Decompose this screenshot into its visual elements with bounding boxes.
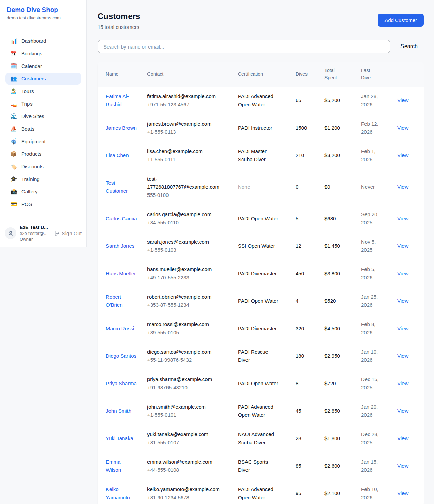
sidebar-item-products[interactable]: 📦 Products (5, 148, 81, 160)
sidebar-item-label: Calendar (21, 63, 42, 69)
sidebar-item-boats[interactable]: ⛵ Boats (5, 123, 81, 135)
customer-name-link[interactable]: John Smith (106, 407, 131, 415)
customer-last-dive: Feb 12, 2026 (361, 120, 383, 136)
customer-name-link[interactable]: Robert O'Brien (106, 293, 137, 309)
sidebar-item-label: Customers (21, 76, 46, 81)
customer-certification: PADI Divemaster (238, 269, 277, 278)
view-link[interactable]: View (397, 270, 408, 276)
view-link[interactable]: View (397, 408, 408, 414)
sidebar-item-trips[interactable]: 🚤 Trips (5, 98, 81, 110)
customer-last-dive: Never (361, 183, 375, 191)
view-link[interactable]: View (397, 435, 408, 441)
view-link[interactable]: View (397, 490, 408, 496)
sidebar-item-tours[interactable]: 🏝️ Tours (5, 85, 81, 97)
view-link[interactable]: View (397, 152, 408, 158)
camera-icon: 📸 (10, 189, 17, 194)
customer-email: carlos.garcia@example.com (147, 210, 224, 219)
sidebar-item-gallery[interactable]: 📸 Gallery (5, 186, 81, 198)
sign-out-label: Sign Out (62, 230, 82, 236)
people-icon: 👥 (10, 76, 17, 81)
sidebar-item-label: Dive Sites (21, 113, 44, 119)
view-link[interactable]: View (397, 216, 408, 221)
user-icon (8, 230, 14, 236)
calendar-date-icon: 📅 (10, 51, 17, 56)
customer-dives: 28 (296, 435, 301, 441)
sidebar-item-discounts[interactable]: 🏷️ Discounts (5, 161, 81, 172)
customer-dives: 210 (296, 152, 304, 158)
shop-name: Demo Dive Shop (7, 6, 80, 14)
sidebar-item-pos[interactable]: 💳 POS (5, 198, 81, 210)
customer-name-link[interactable]: Hans Mueller (106, 269, 136, 278)
log-out-icon (54, 230, 60, 236)
sidebar-item-bookings[interactable]: 📅 Bookings (5, 48, 81, 59)
customer-name-link[interactable]: James Brown (106, 124, 137, 132)
customer-phone: +1-555-0111 (147, 155, 235, 164)
customer-total-spent: $720 (324, 380, 336, 386)
view-link[interactable]: View (397, 243, 408, 249)
customer-phone: +353-87-555-1234 (147, 301, 235, 309)
customer-name-link[interactable]: Yuki Tanaka (106, 434, 133, 443)
table-header-row: Name Contact Certification Dives Total S… (98, 62, 424, 87)
customer-name-link[interactable]: Test Customer (106, 179, 137, 195)
customer-total-spent: $1,450 (324, 243, 340, 249)
customer-name-link[interactable]: Diego Santos (106, 352, 136, 360)
sidebar-item-label: Bookings (21, 51, 42, 56)
customer-dives: 45 (296, 408, 301, 414)
sidebar-item-equipment[interactable]: 🤿 Equipment (5, 135, 81, 147)
customer-certification: BSAC Sports Diver (238, 458, 279, 474)
view-link[interactable]: View (397, 125, 408, 131)
customer-name-link[interactable]: Sarah Jones (106, 242, 134, 250)
add-customer-button[interactable]: Add Customer (378, 14, 424, 27)
customer-last-dive: Dec 28, 2025 (361, 430, 383, 447)
customer-phone: +1-555-0101 (147, 411, 235, 419)
view-link[interactable]: View (397, 353, 408, 359)
table-row: Diego Santos diego.santos@example.com +5… (98, 342, 424, 370)
customer-name-link[interactable]: Carlos Garcia (106, 214, 137, 223)
customer-name-link[interactable]: Keiko Yamamoto (106, 485, 137, 502)
sidebar-item-label: Gallery (21, 189, 38, 194)
view-link[interactable]: View (397, 463, 408, 469)
bar-chart-icon: 📊 (10, 38, 17, 44)
sidebar-item-dashboard[interactable]: 📊 Dashboard (5, 35, 81, 47)
customer-dives: 450 (296, 270, 304, 276)
customer-certification: None (238, 183, 250, 191)
customer-name-link[interactable]: Priya Sharma (106, 379, 137, 388)
customer-certification: SSI Open Water (238, 242, 275, 250)
avatar (5, 227, 16, 239)
sidebar-item-dive-sites[interactable]: 🌊 Dive Sites (5, 110, 81, 122)
sidebar: Demo Dive Shop demo.test.divestreams.com… (0, 0, 87, 247)
sidebar-item-customers[interactable]: 👥 Customers (5, 73, 81, 85)
user-section: E2E Test U... e2e-tester@... Owner Sign … (0, 219, 86, 247)
sign-out-button[interactable]: Sign Out (54, 230, 82, 236)
customer-dives: 85 (296, 463, 301, 469)
customer-last-dive: Feb 10, 2026 (361, 485, 383, 502)
customer-email: james.brown@example.com (147, 120, 224, 128)
sailboat-icon: ⛵ (10, 126, 17, 132)
column-header-contact: Contact (147, 62, 238, 87)
view-link[interactable]: View (397, 97, 408, 103)
customer-name-link[interactable]: Marco Rossi (106, 324, 134, 333)
customer-certification: NAUI Advanced Scuba Diver (238, 430, 279, 447)
sidebar-item-label: POS (21, 201, 32, 207)
view-link[interactable]: View (397, 298, 408, 304)
search-input[interactable] (98, 40, 390, 53)
customer-name-link[interactable]: Lisa Chen (106, 151, 129, 160)
customer-name-link[interactable]: Emma Wilson (106, 458, 137, 474)
view-link[interactable]: View (397, 325, 408, 331)
view-link[interactable]: View (397, 380, 408, 386)
package-icon: 📦 (10, 151, 17, 157)
view-link[interactable]: View (397, 184, 408, 190)
table-row: Yuki Tanaka yuki.tanaka@example.com +81-… (98, 425, 424, 452)
customer-total-spent: $3,200 (324, 152, 340, 158)
customer-name-link[interactable]: Fatima Al-Rashid (106, 92, 137, 109)
sidebar-item-training[interactable]: 🎓 Training (5, 173, 81, 185)
main-content: Customers 15 total customers Add Custome… (87, 0, 434, 504)
customer-phone: +91-98765-43210 (147, 384, 235, 392)
customer-dives: 180 (296, 353, 304, 359)
search-button[interactable]: Search (400, 43, 418, 50)
customer-last-dive: Jan 15, 2026 (361, 458, 383, 474)
customer-dives: 320 (296, 325, 304, 331)
customer-email: emma.wilson@example.com (147, 458, 224, 466)
sidebar-item-calendar[interactable]: 🗓️ Calendar (5, 60, 81, 72)
customer-phone: +39-555-0105 (147, 329, 235, 337)
